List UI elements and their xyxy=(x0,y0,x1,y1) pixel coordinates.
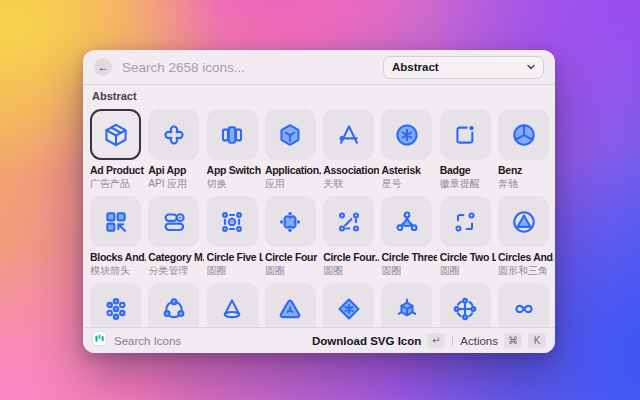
icon-label-zh: 广告产品 xyxy=(90,177,146,189)
results-area: Abstract Ad Product广告产品Api AppAPI 应用App … xyxy=(83,85,555,327)
icon-label-zh: API 应用 xyxy=(148,177,204,189)
icon-tile-cross-dots[interactable] xyxy=(440,283,491,327)
icon-cell xyxy=(265,283,316,327)
icon-label-en: Circle Four... xyxy=(323,251,379,263)
icon-tile-circle-five-line[interactable] xyxy=(207,196,258,247)
api-app-icon xyxy=(160,121,188,149)
icon-cell: Circle Two L...圆圈 xyxy=(440,196,491,276)
download-svg-button[interactable]: Download SVG Icon ↵ xyxy=(312,333,445,348)
download-svg-label: Download SVG Icon xyxy=(312,335,421,347)
icon-label-en: Benz xyxy=(498,164,554,176)
icon-cell xyxy=(440,283,491,327)
category-dropdown[interactable]: Abstract xyxy=(383,56,544,79)
search-input[interactable] xyxy=(122,60,373,75)
icon-tile-asterisk[interactable] xyxy=(381,109,432,160)
icon-cell: Benz奔驰 xyxy=(498,109,549,189)
icon-tile-circles-and-triangle[interactable] xyxy=(498,196,549,247)
icon-grid: Ad Product广告产品Api AppAPI 应用App Switch切换A… xyxy=(90,109,549,327)
association-icon xyxy=(335,121,363,149)
icon-cell: Association关联 xyxy=(323,109,374,189)
cone-icon xyxy=(218,295,246,323)
icon-label-en: App Switch xyxy=(207,164,263,176)
circle-five-line-icon xyxy=(218,208,246,236)
icon-label-en: Blocks And... xyxy=(90,251,146,263)
icon-cell xyxy=(381,283,432,327)
app-logo-icon xyxy=(92,331,107,350)
icon-tile-dots-seven[interactable] xyxy=(90,283,141,327)
share-three-icon xyxy=(160,295,188,323)
icon-label-zh: 星号 xyxy=(381,177,437,189)
icon-search-window: ← Abstract Abstract Ad Product广告产品Api Ap… xyxy=(83,50,555,353)
icon-label-zh: 圆形和三角 xyxy=(498,264,554,276)
benz-icon xyxy=(510,121,538,149)
chevron-down-icon xyxy=(527,64,535,70)
circle-three-icon xyxy=(393,208,421,236)
cross-dots-icon xyxy=(451,295,479,323)
icon-tile-api-app[interactable] xyxy=(148,109,199,160)
icon-label-zh: 圆圈 xyxy=(381,264,437,276)
icon-tile-diamond-asterisk[interactable] xyxy=(323,283,374,327)
icon-cell: Circle Four圆圈 xyxy=(265,196,316,276)
icon-tile-triangle-attention[interactable] xyxy=(265,283,316,327)
icon-tile-circle-four[interactable] xyxy=(265,196,316,247)
infinity-icon xyxy=(510,295,538,323)
icon-label-zh: 模块箭头 xyxy=(90,264,146,276)
icon-tile-category-management[interactable] xyxy=(148,196,199,247)
icon-cell xyxy=(323,283,374,327)
icon-tile-share-three[interactable] xyxy=(148,283,199,327)
icon-tile-infinity[interactable] xyxy=(498,283,549,327)
icon-tile-badge[interactable] xyxy=(440,109,491,160)
dots-seven-icon xyxy=(102,295,130,323)
icon-cell: Circles And...圆形和三角 xyxy=(498,196,549,276)
icon-tile-circle-two-line[interactable] xyxy=(440,196,491,247)
return-keycap: ↵ xyxy=(427,333,445,348)
icon-cell xyxy=(90,283,141,327)
icon-label-en: Circle Five L... xyxy=(207,251,263,263)
icon-tile-application[interactable] xyxy=(265,109,316,160)
actions-label: Actions xyxy=(460,335,498,347)
icon-cell: Circle Three圆圈 xyxy=(381,196,432,276)
app-switch-icon xyxy=(218,121,246,149)
back-arrow-icon: ← xyxy=(98,61,109,73)
circle-four-line-icon xyxy=(335,208,363,236)
footer-bar: Search Icons Download SVG Icon ↵ Actions… xyxy=(83,327,555,353)
icon-label-zh: 关联 xyxy=(323,177,379,189)
asterisk-icon xyxy=(393,121,421,149)
command-keycap: ⌘ xyxy=(504,333,522,348)
icon-cell: Application...应用 xyxy=(265,109,316,189)
icon-tile-circle-three[interactable] xyxy=(381,196,432,247)
icon-cell: Api AppAPI 应用 xyxy=(148,109,199,189)
diamond-asterisk-icon xyxy=(335,295,363,323)
icon-label-en: Application... xyxy=(265,164,321,176)
icon-tile-blocks-and-arrows[interactable] xyxy=(90,196,141,247)
blocks-and-arrows-icon xyxy=(102,208,130,236)
icon-label-en: Association xyxy=(323,164,379,176)
icon-cell xyxy=(148,283,199,327)
icon-tile-cube-rays[interactable] xyxy=(381,283,432,327)
icon-tile-association[interactable] xyxy=(323,109,374,160)
icon-label-zh: 奔驰 xyxy=(498,177,554,189)
icon-tile-app-switch[interactable] xyxy=(207,109,258,160)
icon-label-en: Badge xyxy=(440,164,496,176)
footer-app-name: Search Icons xyxy=(114,335,181,347)
application-icon xyxy=(276,121,304,149)
actions-button[interactable]: Actions ⌘ K xyxy=(460,333,546,348)
icon-cell xyxy=(207,283,258,327)
icon-label-zh: 圆圈 xyxy=(323,264,379,276)
icon-tile-benz[interactable] xyxy=(498,109,549,160)
cube-rays-icon xyxy=(393,295,421,323)
icon-cell: Blocks And...模块箭头 xyxy=(90,196,141,276)
icon-tile-cone[interactable] xyxy=(207,283,258,327)
badge-icon xyxy=(451,121,479,149)
section-title: Abstract xyxy=(92,90,549,102)
icon-label-en: Circle Three xyxy=(381,251,437,263)
back-button[interactable]: ← xyxy=(94,58,112,76)
footer-brand: Search Icons xyxy=(92,331,181,350)
icon-cell xyxy=(498,283,549,327)
icon-label-zh: 圆圈 xyxy=(207,264,263,276)
icon-tile-ad-product[interactable] xyxy=(90,109,141,160)
triangle-attention-icon xyxy=(276,295,304,323)
icon-tile-circle-four-line[interactable] xyxy=(323,196,374,247)
icon-cell: Asterisk星号 xyxy=(381,109,432,189)
icon-label-zh: 圆圈 xyxy=(440,264,496,276)
